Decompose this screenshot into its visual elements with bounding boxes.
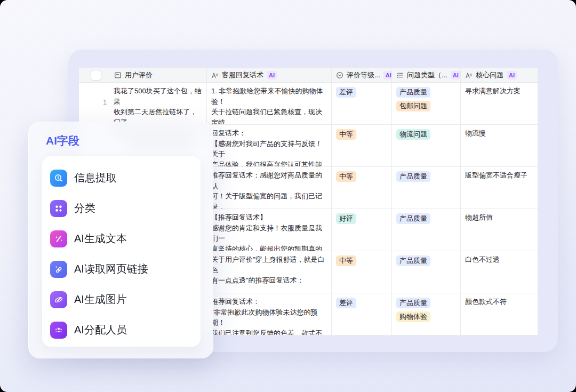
option-tag: 购物体验	[396, 311, 430, 322]
ai-fields-panel: AI字段 信息提取 分类 AI生成文本	[28, 122, 213, 358]
menu-item-label: AI读取网页链接	[74, 262, 148, 276]
option-tag: 差评	[336, 298, 356, 308]
row-number: 1	[79, 99, 107, 106]
review-text: 我花了500块买了这个包，结果 收到第二天居然拉链坏了，问了 客服说不支持包邮换…	[114, 86, 202, 124]
option-tag: 中等	[336, 171, 356, 182]
cell-reply-script[interactable]: 关于用户评价"穿上身很舒适，就是白色 有一点点透"的推荐回复话术： 【回复模板】…	[207, 251, 332, 293]
reply-text: 【推荐回复话术】 感谢您的肯定和支持！衣服质量是我们一 直坚持的核心，能超出您的…	[211, 212, 327, 251]
option-tag: 差评	[336, 87, 356, 98]
panel-title: AI字段	[46, 133, 79, 148]
option-tag: 中等	[336, 255, 356, 266]
ai-badge: AI	[451, 71, 461, 79]
menu-item-label: 信息提取	[74, 171, 117, 185]
reply-text: 关于用户评价"穿上身很舒适，就是白色 有一点点透"的推荐回复话术： 【回复模板】…	[211, 254, 327, 293]
column-label: 核心问题	[476, 70, 503, 80]
cell-issue-types[interactable]: 物流问题	[392, 125, 461, 166]
column-header-reply-script[interactable]: 客服回复话术 AI	[207, 68, 332, 82]
cell-grade[interactable]: 好评	[332, 209, 392, 251]
menu-item-ai-read-link[interactable]: AI读取网页链接	[50, 254, 201, 284]
cell-reply-script[interactable]: 1. 非常抱歉给您带来不愉快的购物体验！ 关于拉链问题我们已紧急核查，现决定特 …	[207, 83, 332, 124]
classify-icon	[50, 200, 67, 217]
option-tag: 好评	[336, 213, 356, 224]
menu-item-ai-assign-people[interactable]: AI分配人员	[50, 315, 201, 345]
cell-reply-script[interactable]: 推荐回复话术：感谢您对商品质量的认 可！关于版型偏宽的问题，我们已记录， 建议瘦…	[207, 167, 332, 209]
cell-core-issue[interactable]: 物超所值	[461, 209, 538, 251]
ai-generate-text-icon	[50, 230, 67, 247]
reply-text: 推荐回复话术： "非常抱歉此次购物体验未达您的预期！ 我们已注意到您反馈的色差、…	[211, 297, 327, 335]
cell-grade[interactable]: 差评	[332, 293, 392, 335]
info-extract-icon	[50, 170, 67, 187]
cell-core-issue[interactable]: 物流慢	[461, 125, 538, 166]
menu-item-label: AI生成文本	[74, 231, 127, 246]
core-issue-text: 寻求满意解决方案	[465, 86, 533, 97]
column-header-user-review[interactable]: 用户评价	[79, 68, 207, 82]
column-header-grade[interactable]: 评价等级... AI	[332, 68, 392, 82]
menu-item-ai-generate-image[interactable]: AI生成图片	[50, 284, 201, 315]
menu-item-classify[interactable]: 分类	[50, 193, 201, 223]
table-header: 用户评价 客服回复话术 AI 评价等级... AI	[79, 68, 538, 83]
ai-text-field-icon	[211, 71, 219, 79]
cell-issue-types[interactable]: 产品质量购物体验	[392, 293, 461, 335]
core-issue-text: 白色不过透	[465, 254, 533, 265]
core-issue-text: 物流慢	[465, 128, 533, 139]
cell-reply-script[interactable]: 推荐回复话术： "非常抱歉此次购物体验未达您的预期！ 我们已注意到您反馈的色差、…	[207, 293, 332, 335]
screen: 用户评价 客服回复话术 AI 评价等级... AI	[0, 0, 576, 392]
cell-issue-types[interactable]: 产品质量包邮问题	[392, 83, 461, 124]
ai-badge: AI	[267, 71, 277, 79]
core-issue-text: 版型偏宽不适合瘦子	[465, 170, 533, 181]
option-tag: 中等	[336, 129, 356, 140]
column-label: 用户评价	[125, 70, 153, 80]
cell-grade[interactable]: 中等	[332, 251, 392, 293]
cell-core-issue[interactable]: 版型偏宽不适合瘦子	[461, 167, 538, 209]
menu-item-label: 分类	[74, 201, 95, 215]
menu-item-info-extract[interactable]: 信息提取	[50, 163, 201, 193]
cell-user-review[interactable]: 1我花了500块买了这个包，结果 收到第二天居然拉链坏了，问了 客服说不支持包邮…	[79, 83, 207, 124]
cell-core-issue[interactable]: 寻求满意解决方案	[461, 83, 538, 124]
cell-core-issue[interactable]: 颜色款式不符	[461, 293, 538, 335]
option-tag: 产品质量	[396, 213, 430, 224]
cell-core-issue[interactable]: 白色不过透	[461, 251, 538, 293]
cell-grade[interactable]: 差评	[332, 83, 392, 124]
cell-reply-script[interactable]: 【推荐回复话术】 感谢您的肯定和支持！衣服质量是我们一 直坚持的核心，能超出您的…	[207, 209, 332, 251]
multi-select-icon	[396, 71, 404, 79]
cell-grade[interactable]: 中等	[332, 125, 392, 166]
menu-item-label: AI分配人员	[74, 323, 127, 337]
cell-issue-types[interactable]: 产品质量	[392, 167, 461, 209]
cell-reply-script[interactable]: 回复话术： 【感谢您对我司产品的支持与反馈！关于 产品体验，我们很高兴您认可其性…	[207, 125, 332, 166]
column-header-issue-type[interactable]: 问题类型（... AI	[392, 68, 461, 82]
column-header-core-issue[interactable]: 核心问题 AI	[461, 68, 538, 82]
core-issue-text: 颜色款式不符	[465, 297, 533, 307]
core-issue-text: 物超所值	[465, 212, 533, 223]
cell-grade[interactable]: 中等	[332, 167, 392, 209]
column-label: 评价等级...	[347, 70, 380, 80]
option-tag: 产品质量	[396, 87, 430, 98]
reply-text: 1. 非常抱歉给您带来不愉快的购物体验！ 关于拉链问题我们已紧急核查，现决定特 …	[211, 86, 327, 124]
single-select-icon	[336, 71, 343, 79]
table-row: 1我花了500块买了这个包，结果 收到第二天居然拉链坏了，问了 客服说不支持包邮…	[79, 83, 538, 125]
text-field-icon	[114, 71, 122, 79]
column-label: 客服回复话术	[222, 70, 263, 80]
reply-text: 推荐回复话术：感谢您对商品质量的认 可！关于版型偏宽的问题，我们已记录， 建议瘦…	[211, 170, 327, 209]
ai-badge: AI	[507, 71, 517, 79]
option-tag: 物流问题	[396, 129, 430, 140]
menu-item-label: AI生成图片	[74, 292, 127, 307]
option-tag: 产品质量	[396, 171, 430, 182]
reply-text: 回复话术： 【感谢您对我司产品的支持与反馈！关于 产品体验，我们很高兴您认可其性…	[211, 128, 327, 166]
option-tag: 产品质量	[396, 298, 430, 308]
cell-issue-types[interactable]: 产品质量	[392, 251, 461, 293]
option-tag: 包邮问题	[396, 101, 430, 111]
ai-read-link-icon	[50, 261, 67, 278]
ai-generate-image-icon	[50, 291, 67, 308]
menu-item-ai-generate-text[interactable]: AI生成文本	[50, 223, 201, 254]
option-tag: 产品质量	[396, 255, 430, 266]
ai-assign-people-icon	[50, 322, 67, 339]
column-label: 问题类型（...	[407, 70, 447, 80]
ai-badge: AI	[383, 71, 392, 79]
ai-text-field-icon	[465, 71, 473, 79]
select-all-checkbox[interactable]	[91, 70, 101, 81]
ai-fields-card: 信息提取 分类 AI生成文本 AI读取网页链接	[42, 156, 201, 347]
cell-issue-types[interactable]: 产品质量	[392, 209, 461, 251]
